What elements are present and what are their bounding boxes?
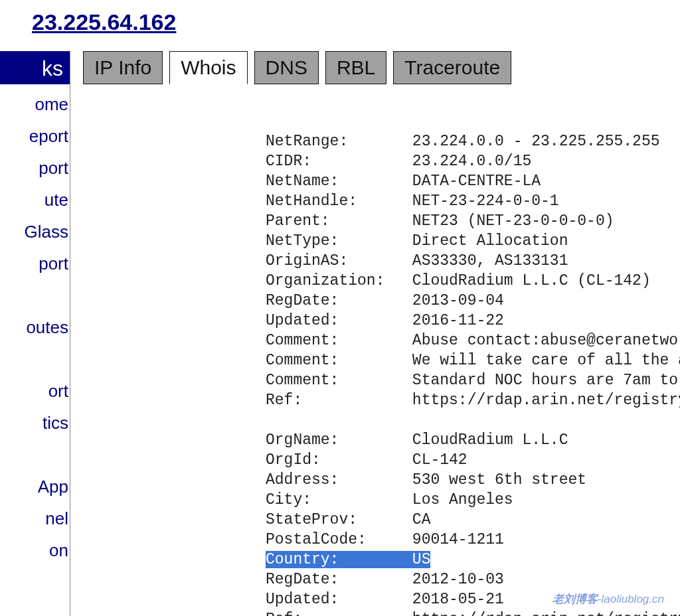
- tab-whois[interactable]: Whois: [169, 51, 247, 84]
- watermark-thin: -laoliublog.cn: [598, 593, 664, 605]
- sidebar-item[interactable]: ort: [0, 375, 68, 407]
- sidebar-item[interactable]: nel: [0, 502, 68, 534]
- sidebar-item[interactable]: port: [0, 152, 68, 184]
- tab-traceroute[interactable]: Traceroute: [393, 51, 511, 84]
- sidebar-gap: [0, 279, 68, 311]
- sidebar-gap: [0, 343, 68, 375]
- highlighted-line: Country: US: [266, 551, 430, 568]
- watermark-bold: 老刘博客: [552, 593, 598, 605]
- tabs: IP InfoWhoisDNSRBLTraceroute: [83, 51, 511, 84]
- whois-output: NetRange: 23.224.0.0 - 23.225.255.255 CI…: [266, 131, 680, 616]
- tab-dns[interactable]: DNS: [254, 51, 319, 84]
- sidebar-item[interactable]: on: [0, 534, 68, 566]
- sidebar-header[interactable]: ks: [0, 51, 70, 84]
- sidebar-item[interactable]: tics: [0, 407, 68, 439]
- sidebar-item[interactable]: ute: [0, 184, 68, 216]
- sidebar-item[interactable]: eport: [0, 120, 68, 152]
- sidebar-item[interactable]: port: [0, 248, 68, 279]
- sidebar-gap: [0, 439, 68, 471]
- sidebar-list: omeeportportute Glassportoutesorttics Ap…: [0, 84, 70, 566]
- page-title[interactable]: 23.225.64.162: [32, 9, 176, 35]
- tab-rbl[interactable]: RBL: [325, 51, 386, 84]
- sidebar: ks omeeportportute Glassportoutesorttics…: [0, 51, 70, 616]
- sidebar-item[interactable]: Glass: [0, 216, 68, 248]
- tab-ip-info[interactable]: IP Info: [83, 51, 163, 84]
- sidebar-item[interactable]: outes: [0, 311, 68, 343]
- sidebar-item[interactable]: App: [0, 471, 68, 502]
- sidebar-item[interactable]: ome: [0, 88, 68, 120]
- watermark: 老刘博客-laoliublog.cn: [552, 591, 664, 607]
